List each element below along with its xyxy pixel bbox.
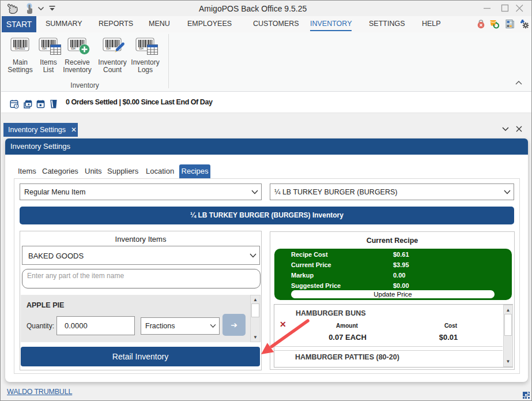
svg-text:694: 694	[139, 47, 144, 50]
svg-text:694: 694	[71, 47, 76, 50]
svg-text:694: 694	[42, 47, 47, 50]
svg-text:694: 694	[106, 47, 111, 50]
svg-text:6948503: 6948503	[15, 47, 25, 50]
